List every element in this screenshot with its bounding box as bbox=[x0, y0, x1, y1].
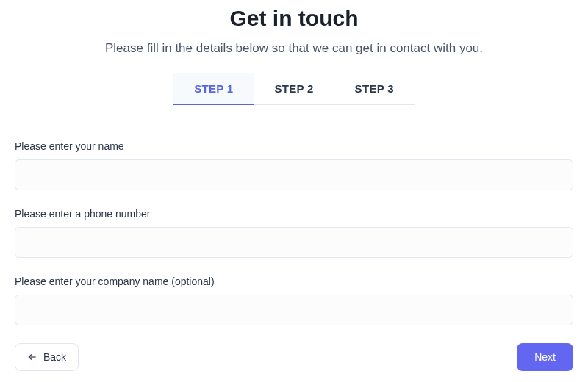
company-input[interactable] bbox=[15, 295, 573, 325]
back-button[interactable]: Back bbox=[15, 343, 79, 371]
page-title: Get in touch bbox=[15, 6, 573, 31]
tab-step-1[interactable]: STEP 1 bbox=[173, 73, 254, 105]
next-button-label: Next bbox=[534, 351, 556, 363]
field-group-name: Please enter your name bbox=[15, 140, 573, 190]
tab-step-3[interactable]: STEP 3 bbox=[334, 73, 415, 105]
field-group-company: Please enter your company name (optional… bbox=[15, 275, 573, 325]
next-button[interactable]: Next bbox=[517, 343, 573, 371]
name-label: Please enter your name bbox=[15, 140, 573, 152]
phone-input[interactable] bbox=[15, 227, 573, 258]
arrow-left-icon bbox=[27, 352, 37, 362]
phone-label: Please enter a phone number bbox=[15, 208, 573, 220]
page-subtitle: Please fill in the details below so that… bbox=[15, 41, 573, 56]
field-group-phone: Please enter a phone number bbox=[15, 208, 573, 258]
company-label: Please enter your company name (optional… bbox=[15, 275, 573, 287]
button-row: Back Next bbox=[15, 343, 573, 371]
tab-step-2[interactable]: STEP 2 bbox=[254, 73, 334, 105]
name-input[interactable] bbox=[15, 159, 573, 190]
back-button-label: Back bbox=[43, 351, 66, 363]
step-tabs: STEP 1 STEP 2 STEP 3 bbox=[15, 73, 573, 105]
form-header: Get in touch Please fill in the details … bbox=[15, 6, 573, 56]
